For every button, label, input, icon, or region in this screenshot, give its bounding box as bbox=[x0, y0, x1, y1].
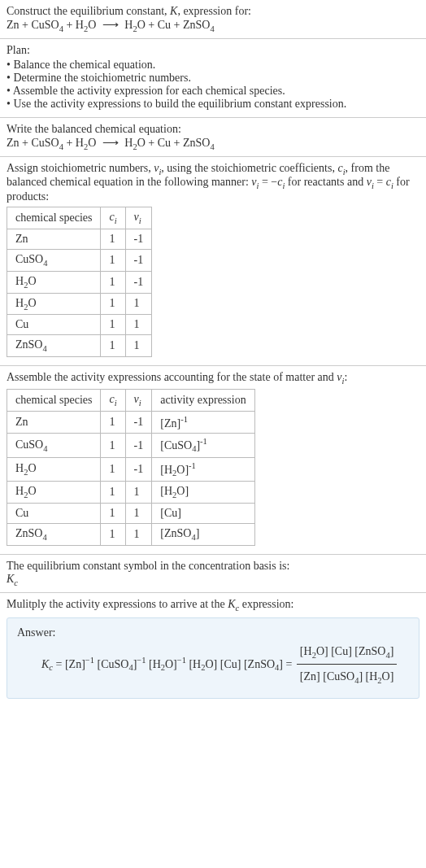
col-ci: ci bbox=[101, 389, 125, 411]
fraction: [H2O] [Cu] [ZnSO4][Zn] [CuSO4] [H2O] bbox=[297, 639, 398, 691]
plan-list: Balance the chemical equation. Determine… bbox=[7, 59, 419, 111]
stoich-table: chemical species ci νi Zn1-1 CuSO41-1 H2… bbox=[7, 207, 152, 357]
table-row: ZnSO411 bbox=[7, 335, 152, 357]
col-species: chemical species bbox=[7, 207, 101, 229]
col-activity: activity expression bbox=[152, 389, 254, 411]
plan-item: Balance the chemical equation. bbox=[7, 59, 419, 72]
plan-item: Assemble the activity expression for eac… bbox=[7, 85, 419, 98]
denominator: [Zn] [CuSO4] [H2O] bbox=[297, 665, 398, 690]
balanced-title: Write the balanced chemical equation: bbox=[7, 123, 419, 136]
answer-box: Answer: Kc = [Zn]−1 [CuSO4]−1 [H2O]−1 [H… bbox=[7, 617, 419, 700]
table-row: CuSO41-1 bbox=[7, 249, 152, 271]
table-row: H2O1-1 bbox=[7, 271, 152, 293]
plan-title: Plan: bbox=[7, 44, 419, 57]
stoich-text: Assign stoichiometric numbers, νi, using… bbox=[7, 162, 419, 204]
plan-item: Use the activity expressions to build th… bbox=[7, 98, 419, 111]
activity-title: Assemble the activity expressions accoun… bbox=[7, 371, 419, 386]
answer-label: Answer: bbox=[17, 626, 409, 639]
table-row: Zn1-1 bbox=[7, 229, 152, 249]
kc-symbol: Kc bbox=[7, 573, 419, 587]
table-row: ZnSO411[ZnSO4] bbox=[7, 524, 255, 546]
table-row: H2O11[H2O] bbox=[7, 482, 255, 504]
table-row: Cu11 bbox=[7, 315, 152, 335]
table-row: CuSO41-1[CuSO4]-1 bbox=[7, 434, 255, 457]
plan-section: Plan: Balance the chemical equation. Det… bbox=[0, 39, 426, 118]
activity-section: Assemble the activity expressions accoun… bbox=[0, 366, 426, 555]
table-header-row: chemical species ci νi activity expressi… bbox=[7, 389, 255, 411]
intro-section: Construct the equilibrium constant, K, e… bbox=[0, 0, 426, 39]
intro-line1b: , expression for: bbox=[177, 5, 251, 17]
answer-equation: Kc = [Zn]−1 [CuSO4]−1 [H2O]−1 [H2O] [Cu]… bbox=[17, 639, 409, 691]
intro-equation: Zn + CuSO4 + H2O ⟶ H2O + Cu + ZnSO4 bbox=[7, 18, 419, 33]
col-ci: ci bbox=[101, 207, 125, 229]
multiply-line: Mulitply the activity expressions to arr… bbox=[7, 598, 419, 613]
balanced-equation: Zn + CuSO4 + H2O ⟶ H2O + Cu + ZnSO4 bbox=[7, 136, 419, 151]
K-symbol: K bbox=[170, 5, 177, 17]
table-row: Cu11[Cu] bbox=[7, 504, 255, 524]
table-row: H2O1-1[H2O]-1 bbox=[7, 457, 255, 481]
table-row: H2O11 bbox=[7, 293, 152, 315]
multiply-section: Mulitply the activity expressions to arr… bbox=[0, 593, 426, 709]
activity-table: chemical species ci νi activity expressi… bbox=[7, 389, 255, 546]
col-species: chemical species bbox=[7, 389, 101, 411]
stoich-section: Assign stoichiometric numbers, νi, using… bbox=[0, 157, 426, 367]
kc-line: The equilibrium constant symbol in the c… bbox=[7, 560, 419, 573]
numerator: [H2O] [Cu] [ZnSO4] bbox=[297, 639, 398, 665]
eq-lhs: Zn + CuSO4 + H2O bbox=[7, 19, 96, 31]
col-vi: νi bbox=[125, 389, 152, 411]
table-row: Zn1-1[Zn]-1 bbox=[7, 411, 255, 434]
col-vi: νi bbox=[125, 207, 152, 229]
arrow-icon: ⟶ bbox=[99, 19, 122, 31]
arrow-icon: ⟶ bbox=[99, 137, 122, 149]
intro-text: Construct the equilibrium constant, K, e… bbox=[7, 5, 419, 18]
kc-symbol-section: The equilibrium constant symbol in the c… bbox=[0, 555, 426, 593]
plan-item: Determine the stoichiometric numbers. bbox=[7, 72, 419, 85]
balanced-section: Write the balanced chemical equation: Zn… bbox=[0, 118, 426, 157]
table-header-row: chemical species ci νi bbox=[7, 207, 152, 229]
intro-line1: Construct the equilibrium constant, bbox=[7, 5, 170, 17]
eq-rhs: H2O + Cu + ZnSO4 bbox=[124, 19, 214, 31]
